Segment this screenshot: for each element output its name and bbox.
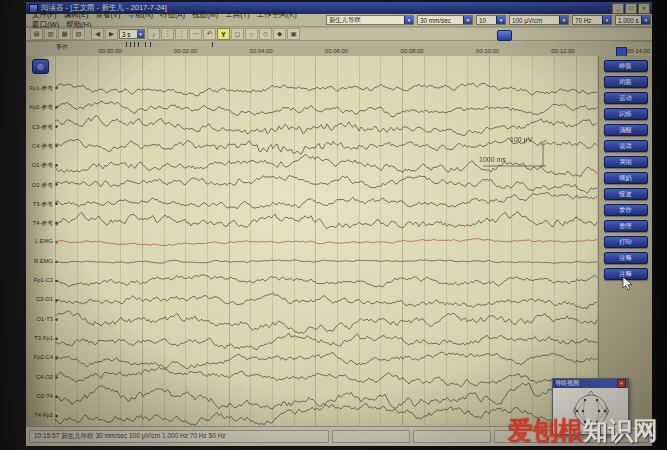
popup-title-bar[interactable]: 导联视图 × [553,379,628,388]
event-tick [145,42,146,47]
mouse-cursor-icon [622,276,634,292]
event-tick [150,42,151,47]
shape-icon[interactable]: ◇ [259,28,272,40]
event-button[interactable]: 睁眼 [604,60,648,72]
menu-bar: 文件(F)编辑(E)查看(V)导航(N)特征(A)视图(M)工具(T)工作空间(… [26,14,652,27]
event-button[interactable]: 闪烁 [604,108,648,120]
grid-icon[interactable]: ▣ [287,28,300,40]
restore-button[interactable]: □ [625,3,637,14]
event-button[interactable]: 注释 [604,252,648,264]
eeg-application-window: 阅读器 - [王文雨 - 新生儿 - 2017-7-24] _ □ × 文件(F… [26,2,652,446]
menu-item[interactable]: 特征(A) [160,10,185,19]
chevron-down-icon[interactable]: ▾ [404,16,413,24]
audio-icon[interactable]: ♪ [147,28,160,40]
event-row-label: 事件 [56,43,68,52]
channel-label: C4-O2 [27,374,53,380]
chevron-down-icon[interactable]: ▾ [496,16,505,24]
window-controls: _ □ × [612,3,650,14]
menu-item[interactable]: 视图(M) [192,10,218,19]
event-button[interactable]: 慢波 [604,188,648,200]
time-label: 00:10:00 [476,48,499,54]
minimize-button[interactable]: _ [612,3,624,14]
page-forward-icon[interactable]: ▶ [105,28,118,40]
event-button[interactable]: 哭闹 [604,156,648,168]
chevron-down-icon[interactable]: ▾ [559,16,568,24]
copy-icon[interactable]: ▦ [58,28,71,40]
channel-label: C4-参考 [27,142,53,151]
chevron-down-icon[interactable]: ▾ [463,16,472,24]
status-segment [413,430,491,443]
window-icon[interactable]: ◻ [231,28,244,40]
event-button[interactable]: 整理 [604,220,648,232]
page-back-icon[interactable]: ◀ [91,28,104,40]
undo-icon[interactable]: ↶ [203,28,216,40]
event-button[interactable]: 打印 [604,236,648,248]
time-label: 00:08:00 [400,48,423,54]
chevron-down-icon[interactable]: ▾ [641,16,650,24]
chevron-down-icon[interactable]: ▾ [602,16,611,24]
channel-label: C3-O1 [27,296,53,302]
menu-item[interactable]: 文件(F) [32,10,57,19]
event-button[interactable]: 发作 [604,204,648,216]
marks-icon[interactable]: ⋮ [161,28,174,40]
dots-icon[interactable]: ⋯ [189,28,202,40]
menu-item[interactable]: 导航(N) [128,10,153,19]
channel-label: L.EMG [27,238,53,244]
save-icon[interactable]: ▤ [30,28,43,40]
eeg-waveform-canvas [55,56,598,426]
close-button[interactable]: × [638,3,650,14]
channel-label: T4-Fp2 [27,412,53,418]
y-scale-button[interactable]: Y [217,28,230,40]
channel-label: O1-参考 [27,161,53,170]
event-tick [138,42,139,47]
channel-label: Fp2-C4 [27,354,53,360]
combo-value: 3 s [120,31,137,38]
layout-icon[interactable]: ▧ [72,28,85,40]
event-tick [134,42,135,47]
menu-item[interactable]: 编辑(E) [64,10,89,19]
event-button-panel: 睁眼闭眼运动闪烁清醒说话哭闹喂奶慢波发作整理打印注释注释 [598,56,652,426]
sensitivity-select[interactable]: 10▾ [476,15,506,25]
timeconstant-select[interactable]: 1.000 s▾ [615,15,651,25]
timeline-ruler: 事件 00:00:0000:02:0000:04:0000:06:0000:08… [26,42,652,57]
menu-item[interactable]: 工具(T) [225,10,250,19]
marker-icon[interactable]: ◆ [273,28,286,40]
select-value: 新生儿导联 [327,16,404,25]
event-button[interactable]: 闭眼 [604,76,648,88]
select-value: 10 [477,17,496,24]
lowpass-filter-select[interactable]: 70 Hz▾ [572,15,612,25]
menu-item[interactable]: 工作空间(K) [257,10,297,19]
select-value: 1.000 s [616,17,641,24]
montage-and-filter-selects: 新生儿导联▾30 mm/sec▾10▾100 μV/cm▾70 Hz▾1.000… [323,15,651,25]
time-label: 00:00:00 [98,48,121,54]
speed-select[interactable]: 30 mm/sec▾ [417,15,473,25]
select-value: 100 μV/cm [510,17,559,24]
event-button[interactable]: 喂奶 [604,172,648,184]
montage-select[interactable]: 新生儿导联▾ [326,15,414,25]
channel-label: R.EMG [27,258,53,264]
menu-items: 文件(F)编辑(E)查看(V)导航(N)特征(A)视图(M)工具(T)工作空间(… [32,10,323,30]
select-value: 30 mm/sec [418,17,463,24]
channel-label: Fp1-C3 [27,277,53,283]
circle-icon[interactable]: ○ [245,28,258,40]
montage-corner-icon[interactable]: ◎ [32,59,49,74]
marks-icon[interactable]: ⋮ [175,28,188,40]
status-segment [332,430,410,443]
menu-item[interactable]: 查看(V) [96,10,121,19]
channel-label: C3-参考 [27,123,53,132]
position-slider-thumb[interactable] [497,30,512,41]
print-icon[interactable]: ▥ [44,28,57,40]
popup-title: 导联视图 [555,379,579,388]
event-button[interactable]: 运动 [604,92,648,104]
scale-select[interactable]: 100 μV/cm▾ [509,15,569,25]
popup-close-icon[interactable]: × [617,379,626,388]
channel-label: Fp1-参考 [27,84,53,93]
site-watermark: 爱刨根知识网 [508,414,658,447]
event-tick [130,42,131,47]
event-button[interactable]: 清醒 [604,124,648,136]
chevron-down-icon[interactable]: ▾ [137,30,144,38]
channel-label: O1-T3 [27,316,53,322]
event-tick [126,42,127,47]
page-span-combo[interactable]: 3 s▾ [119,29,145,39]
event-button[interactable]: 说话 [604,140,648,152]
